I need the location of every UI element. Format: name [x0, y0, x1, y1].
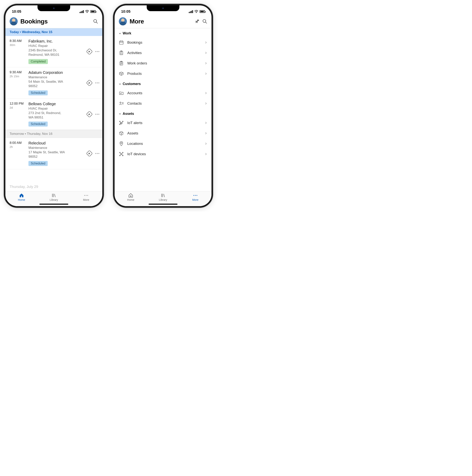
chevron-right-icon [204, 72, 207, 75]
pin-icon[interactable] [194, 18, 201, 25]
search-icon[interactable] [202, 19, 207, 24]
svg-point-18 [99, 153, 99, 154]
menu-item-iot devices[interactable]: IoT devices [115, 149, 211, 159]
more-actions-icon[interactable] [95, 114, 100, 115]
svg-point-14 [99, 114, 99, 115]
svg-point-12 [95, 114, 96, 115]
iot-device-icon [119, 152, 124, 156]
booking-customer: Bellows College [29, 102, 84, 106]
tab-home[interactable]: Home [120, 193, 141, 201]
search-icon[interactable] [93, 19, 98, 24]
svg-line-25 [205, 22, 207, 23]
booking-start-time: 9:30 AM [10, 70, 27, 74]
booking-start-time: 12:00 PM [10, 102, 27, 106]
directions-icon[interactable] [86, 111, 92, 117]
svg-line-61 [120, 154, 121, 155]
tab-library[interactable]: Library [43, 193, 64, 201]
booking-status-badge: Scheduled [29, 121, 48, 127]
pin-icon [119, 141, 124, 146]
more-actions-icon[interactable] [95, 82, 100, 84]
booking-status-badge: Scheduled [29, 161, 48, 166]
more-actions-icon[interactable] [95, 153, 100, 154]
booking-row[interactable]: 8:30 AM 30m Fabrikam, Inc. HVAC Repair 2… [5, 36, 102, 67]
svg-line-2 [96, 22, 98, 23]
iot-alert-icon [119, 120, 124, 125]
directions-icon[interactable] [86, 80, 92, 86]
tab-library[interactable]: Library [152, 193, 174, 201]
booking-service: Maintenance [29, 146, 84, 150]
menu-item-label: Accounts [127, 91, 201, 95]
tab-home[interactable]: Home [11, 193, 32, 201]
cellular-icon [189, 10, 193, 13]
menu-item-accounts[interactable]: Accounts [115, 88, 211, 98]
svg-line-59 [120, 153, 121, 154]
directions-icon[interactable] [86, 151, 92, 156]
booking-duration: 2h 15m [10, 75, 27, 78]
booking-customer: Relecloud [29, 141, 84, 145]
section-header-assets[interactable]: Assets [115, 109, 211, 118]
booking-address-line1: 273 2nd St, Redmond, [29, 111, 84, 115]
status-time: 10:05 [12, 9, 21, 14]
menu-item-contacts[interactable]: Contacts [115, 98, 211, 109]
tab-more[interactable]: More [185, 193, 206, 201]
tab-library-label: Library [50, 198, 58, 201]
booking-row[interactable]: 8:00 AM 2h Relecloud Maintenance 17 Mapl… [5, 138, 102, 169]
bookings-list[interactable]: Today • Wednesday, Nov 15 8:30 AM 30m Fa… [5, 28, 102, 191]
section-header-work[interactable]: Work [115, 28, 211, 37]
tab-home-label: Home [18, 198, 25, 201]
folder-icon [119, 91, 124, 96]
chevron-down-icon [119, 113, 121, 115]
status-time: 10:05 [121, 9, 131, 14]
booking-service: Maintenance [29, 75, 84, 80]
booking-customer: Adatum Corporation [29, 70, 84, 75]
chevron-right-icon [204, 132, 207, 135]
booking-row[interactable]: 9:30 AM 2h 15m Adatum Corporation Mainte… [5, 67, 102, 99]
cube-icon [119, 131, 124, 136]
tomorrow-section-header: Tomorrow • Thursday, Nov 16 [5, 130, 102, 138]
more-icon [193, 193, 197, 198]
menu-item-products[interactable]: Products [115, 68, 211, 79]
svg-line-65 [164, 194, 164, 197]
menu-item-bookings[interactable]: Bookings [115, 37, 211, 48]
chevron-right-icon [204, 142, 207, 145]
svg-point-53 [121, 142, 122, 144]
more-menu-list[interactable]: Work Bookings Activities Work orders Pro… [115, 28, 211, 191]
svg-rect-26 [119, 41, 123, 44]
tab-more[interactable]: More [76, 193, 97, 201]
svg-point-9 [97, 83, 98, 83]
avatar[interactable] [119, 17, 127, 25]
svg-point-0 [87, 13, 87, 13]
svg-point-5 [97, 51, 98, 52]
bookings-phone: 10:05 Bookings Today • Wednesday, Nov 15… [4, 4, 104, 208]
section-header-customers[interactable]: Customers [115, 79, 211, 88]
svg-point-17 [97, 153, 98, 154]
menu-item-work orders[interactable]: Work orders [115, 58, 211, 68]
chevron-right-icon [204, 41, 207, 44]
svg-point-1 [94, 19, 97, 22]
more-actions-icon[interactable] [95, 51, 100, 52]
svg-point-16 [95, 153, 96, 154]
booking-customer: Fabrikam, Inc. [29, 39, 84, 43]
tab-bar: Home Library More [5, 191, 102, 206]
booking-duration: 2d [10, 106, 27, 109]
chevron-right-icon [204, 51, 207, 54]
home-icon [128, 193, 133, 198]
cellular-icon [80, 10, 84, 13]
menu-item-assets[interactable]: Assets [115, 128, 211, 138]
section-label: Work [123, 31, 131, 35]
chevron-right-icon [204, 102, 207, 105]
directions-icon[interactable] [86, 49, 92, 54]
menu-item-iot alerts[interactable]: IoT alerts [115, 118, 211, 128]
svg-point-8 [95, 83, 96, 83]
menu-item-label: Work orders [127, 61, 201, 65]
avatar[interactable] [10, 17, 18, 25]
booking-status-badge: Scheduled [29, 90, 48, 95]
contacts-icon [119, 101, 124, 106]
chevron-right-icon [204, 92, 207, 94]
menu-item-locations[interactable]: Locations [115, 138, 211, 149]
chevron-down-icon [119, 83, 121, 85]
menu-item-activities[interactable]: Activities [115, 48, 211, 58]
booking-row[interactable]: 12:00 PM 2d Bellows College HVAC Repair … [5, 99, 102, 130]
tab-home-label: Home [127, 198, 134, 201]
phone-notch [37, 5, 70, 11]
